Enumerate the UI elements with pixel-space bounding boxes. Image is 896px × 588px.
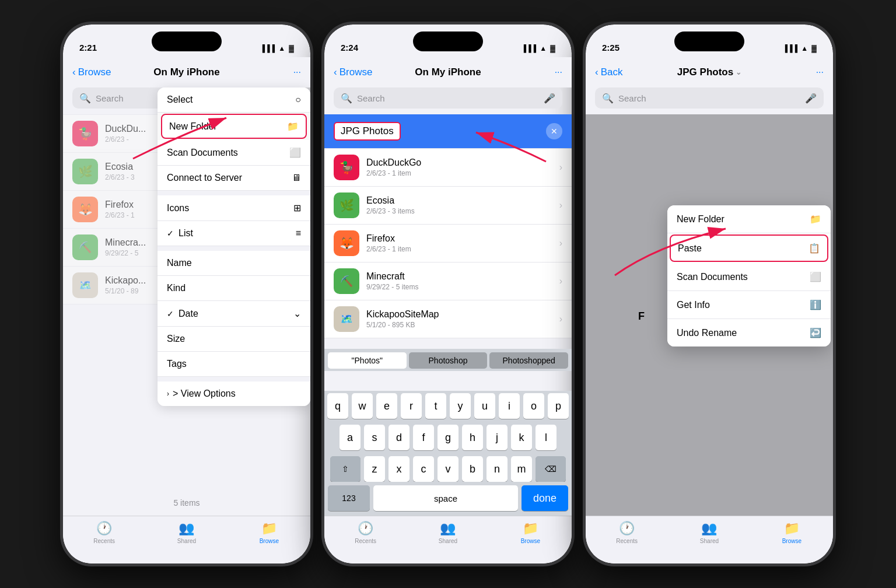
signal-icon-3: ▐▐▐: [783, 44, 798, 52]
suggestion-photoshop[interactable]: Photoshop: [409, 352, 488, 369]
connect-server-icon: 🖥: [292, 173, 301, 183]
new-folder-label: New Folder: [169, 121, 287, 132]
tab-shared-1[interactable]: 👥 Shared: [145, 521, 228, 544]
key-h[interactable]: h: [462, 425, 483, 450]
menu-kind[interactable]: Kind: [158, 276, 310, 301]
suggestion-photoshopped[interactable]: Photoshopped: [489, 352, 568, 369]
mic-icon-3: 🎤: [805, 93, 817, 104]
key-123[interactable]: 123: [328, 485, 370, 511]
key-x[interactable]: x: [388, 456, 410, 482]
menu-date[interactable]: ✓ Date ⌄: [158, 301, 310, 327]
context-scan-docs-label: Scan Documents: [677, 272, 810, 282]
f-hint: F: [638, 310, 645, 323]
key-l[interactable]: l: [536, 425, 556, 450]
kickapoo-icon: 🗺️: [72, 272, 98, 298]
recents-icon-1: 🕐: [96, 521, 112, 536]
suggestion-photos[interactable]: "Photos": [328, 352, 407, 369]
key-q[interactable]: q: [327, 393, 348, 419]
key-space[interactable]: space: [373, 485, 518, 511]
key-u[interactable]: u: [474, 393, 495, 419]
key-f[interactable]: f: [413, 425, 434, 450]
tab-browse-3[interactable]: 📁 Browse: [751, 521, 833, 544]
menu-icons[interactable]: Icons ⊞: [158, 195, 310, 221]
file-item-firefox-2[interactable]: 🦊 Firefox 2/6/23 - 1 item ›: [324, 225, 572, 262]
tab-recents-1[interactable]: 🕐 Recents: [63, 521, 145, 544]
tab-browse-1[interactable]: 📁 Browse: [228, 521, 310, 544]
menu-list[interactable]: ✓ List ≡: [158, 221, 310, 246]
tab-shared-2[interactable]: 👥 Shared: [407, 521, 489, 544]
context-paste[interactable]: Paste 📋: [670, 235, 828, 262]
key-j[interactable]: j: [487, 425, 508, 450]
tab-recents-3[interactable]: 🕐 Recents: [586, 521, 668, 544]
file-item-minecraft-2[interactable]: ⛏️ Minecraft 9/29/22 - 5 items ›: [324, 262, 572, 300]
shared-label-t2: Shared: [439, 538, 457, 544]
menu-view-options[interactable]: › > View Options: [158, 382, 310, 406]
key-c[interactable]: c: [413, 456, 434, 482]
menu-size[interactable]: Size: [158, 327, 310, 352]
key-m[interactable]: m: [511, 456, 532, 482]
phone-3-screen: 2:25 ▐▐▐ ▲ ▓ ‹ Back JPG Photos ⌄ ···: [586, 24, 833, 564]
firefox-icon-2: 🦊: [334, 230, 359, 256]
more-button-3[interactable]: ···: [816, 67, 824, 78]
key-a[interactable]: a: [340, 425, 360, 450]
key-y[interactable]: y: [450, 393, 471, 419]
chevron-icon: ›: [559, 162, 562, 173]
folder-name-row: JPG Photos ✕: [324, 114, 572, 148]
key-v[interactable]: v: [438, 456, 459, 482]
key-w[interactable]: w: [352, 393, 373, 419]
key-n[interactable]: n: [487, 456, 508, 482]
file-item-ecosia-2[interactable]: 🌿 Ecosia 2/6/23 - 3 items ›: [324, 187, 572, 225]
key-t[interactable]: t: [425, 393, 446, 419]
menu-name[interactable]: Name: [158, 251, 310, 276]
key-k[interactable]: k: [511, 425, 532, 450]
file-item-duckduckgo-2[interactable]: 🦆 DuckDuckGo 2/6/23 - 1 item ›: [324, 148, 572, 187]
menu-select[interactable]: Select ○: [158, 88, 310, 113]
context-new-folder[interactable]: New Folder 📁: [667, 205, 831, 233]
shared-label-t3: Shared: [700, 538, 719, 544]
key-d[interactable]: d: [388, 425, 410, 450]
menu-connect-server[interactable]: Connect to Server 🖥: [158, 166, 310, 191]
key-b[interactable]: b: [462, 456, 483, 482]
list-check-icon: ✓: [167, 229, 174, 238]
tab-recents-2[interactable]: 🕐 Recents: [324, 521, 407, 544]
back-chevron-icon-3: ‹: [595, 66, 598, 78]
ecosia-icon-2: 🌿: [334, 192, 359, 218]
search-bar-2[interactable]: 🔍 Search 🎤: [334, 88, 562, 108]
key-i[interactable]: i: [499, 393, 520, 419]
context-scan-docs[interactable]: Scan Documents ⬜: [667, 263, 831, 291]
key-z[interactable]: z: [364, 456, 385, 482]
key-backspace[interactable]: ⌫: [536, 456, 566, 482]
date-label: Date: [178, 309, 293, 319]
key-done[interactable]: done: [522, 485, 568, 511]
context-undo-rename[interactable]: Undo Rename ↩️: [667, 319, 831, 346]
key-s[interactable]: s: [364, 425, 385, 450]
duckduckgo-icon: 🦆: [72, 121, 98, 146]
menu-new-folder[interactable]: New Folder 📁: [161, 114, 307, 139]
context-get-info[interactable]: Get Info ℹ️: [667, 291, 831, 319]
clear-button[interactable]: ✕: [546, 123, 562, 139]
key-r[interactable]: r: [401, 393, 422, 419]
search-bar-3[interactable]: 🔍 Search 🎤: [595, 88, 824, 108]
tab-shared-3[interactable]: 👥 Shared: [668, 521, 750, 544]
folder-name-input[interactable]: JPG Photos: [334, 122, 401, 141]
more-button-2[interactable]: ···: [555, 67, 562, 78]
title-dropdown-arrow[interactable]: ⌄: [736, 68, 741, 76]
folder-name-text: JPG Photos: [341, 125, 394, 137]
key-shift[interactable]: ⇧: [330, 456, 360, 482]
date-check-icon: ✓: [167, 309, 174, 318]
context-get-info-label: Get Info: [677, 300, 810, 310]
browse-icon-1: 📁: [261, 521, 277, 536]
key-p[interactable]: p: [548, 393, 569, 419]
context-scan-docs-icon: ⬜: [810, 271, 821, 282]
search-icon-3: 🔍: [602, 93, 614, 104]
more-button-1[interactable]: ···: [293, 67, 301, 78]
phone-1: 2:21 ▐▐▐ ▲ ▓ ‹ Browse On My iPhone ··· 🔍: [61, 23, 312, 565]
menu-scan-docs[interactable]: Scan Documents ⬜: [158, 140, 310, 166]
key-o[interactable]: o: [523, 393, 544, 419]
key-e[interactable]: e: [376, 393, 397, 419]
tab-browse-2[interactable]: 📁 Browse: [489, 521, 572, 544]
file-item-kickapoo-2[interactable]: 🗺️ KickapooSiteMap 5/1/20 - 895 KB ›: [324, 300, 572, 338]
key-g[interactable]: g: [438, 425, 459, 450]
nav-bar-3: ‹ Back JPG Photos ⌄ ···: [586, 57, 833, 88]
menu-tags[interactable]: Tags: [158, 352, 310, 377]
